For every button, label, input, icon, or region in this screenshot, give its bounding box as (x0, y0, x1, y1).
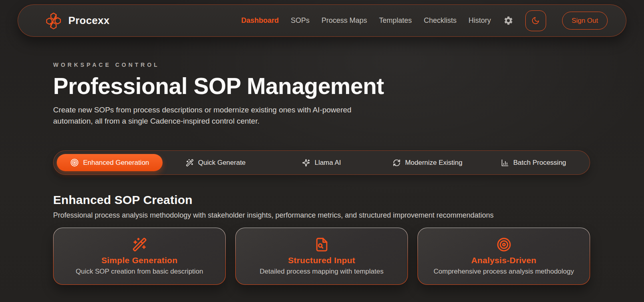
tab-batch-processing[interactable]: Batch Processing (481, 154, 586, 171)
card-title: Simple Generation (101, 256, 178, 265)
section-description: Professional process analysis methodolog… (53, 211, 590, 220)
nav-item-sops[interactable]: SOPs (291, 16, 310, 25)
card-analysis-driven[interactable]: Analysis-Driven Comprehensive process an… (417, 228, 590, 285)
sparkles-icon (302, 159, 310, 167)
brand-name: Procexx (68, 14, 109, 27)
tab-label: Llama AI (314, 159, 341, 167)
main-content: WORKSPACE CONTROL Professional SOP Manag… (53, 38, 590, 285)
bar-chart-icon (501, 159, 509, 167)
nav-links: Dashboard SOPs Process Maps Templates Ch… (241, 16, 491, 25)
card-structured-input[interactable]: Structured Input Detailed process mappin… (235, 228, 408, 285)
nav-actions: Sign Out (503, 10, 608, 31)
card-subtitle: Comprehensive process analysis methodolo… (433, 268, 574, 276)
hero-eyebrow: WORKSPACE CONTROL (53, 62, 590, 68)
feature-cards: Simple Generation Quick SOP creation fro… (53, 228, 590, 285)
tab-quick-generate[interactable]: Quick Generate (163, 154, 268, 171)
nav-item-process-maps[interactable]: Process Maps (322, 16, 367, 25)
navbar: Procexx Dashboard SOPs Process Maps Temp… (18, 4, 626, 37)
nav-item-history[interactable]: History (469, 16, 491, 25)
tab-label: Quick Generate (198, 159, 246, 167)
procexx-logo-icon (44, 12, 63, 30)
nav-item-checklists[interactable]: Checklists (424, 16, 457, 25)
refresh-icon (393, 159, 401, 167)
tab-enhanced-generation[interactable]: Enhanced Generation (57, 154, 163, 171)
card-title: Structured Input (288, 256, 355, 265)
brand[interactable]: Procexx (44, 12, 109, 30)
card-subtitle: Quick SOP creation from basic descriptio… (76, 268, 203, 276)
target-icon (497, 237, 511, 252)
section-title: Enhanced SOP Creation (53, 193, 590, 207)
page: Procexx Dashboard SOPs Process Maps Temp… (0, 0, 644, 302)
document-search-icon (314, 237, 329, 252)
mode-tabbar: Enhanced Generation Quick Generate (53, 150, 590, 175)
tab-llama-ai[interactable]: Llama AI (268, 154, 374, 171)
tab-label: Batch Processing (513, 159, 566, 167)
theme-toggle-button[interactable] (525, 10, 546, 31)
nav-item-dashboard[interactable]: Dashboard (241, 16, 279, 25)
wand-sparkles-icon (132, 237, 147, 252)
card-simple-generation[interactable]: Simple Generation Quick SOP creation fro… (53, 228, 226, 285)
wand-sparkles-icon (186, 159, 194, 167)
card-subtitle: Detailed process mapping with templates (260, 268, 384, 276)
moon-icon (531, 16, 540, 25)
sign-out-button[interactable]: Sign Out (562, 12, 608, 30)
hero-description: Create new SOPs from process description… (53, 104, 375, 127)
nav-item-templates[interactable]: Templates (379, 16, 412, 25)
card-title: Analysis-Driven (471, 256, 536, 265)
tab-label: Enhanced Generation (83, 159, 149, 167)
tab-modernize-existing[interactable]: Modernize Existing (375, 154, 481, 171)
settings-gear-icon[interactable] (503, 16, 513, 26)
tab-label: Modernize Existing (405, 159, 463, 167)
target-icon (70, 158, 79, 167)
page-title: Professional SOP Management (53, 73, 590, 99)
